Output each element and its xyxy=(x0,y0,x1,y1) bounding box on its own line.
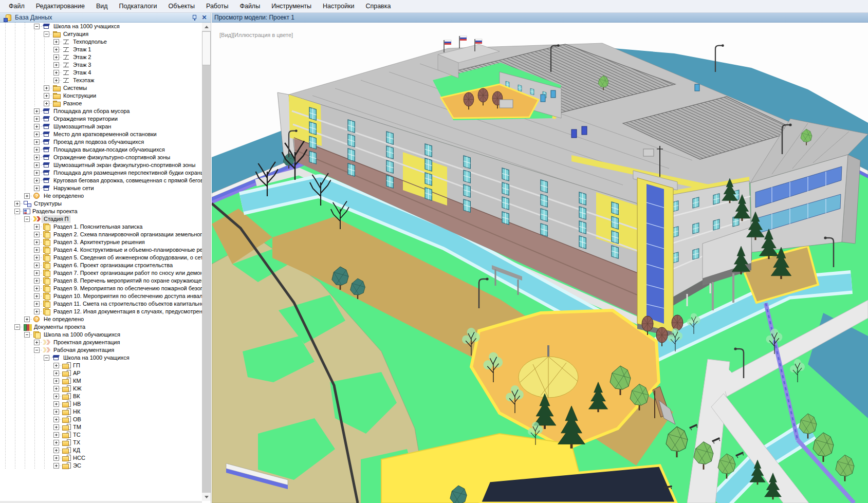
tree-item-label[interactable]: КЖ xyxy=(71,385,83,393)
tree-item[interactable]: Проектная документация xyxy=(1,339,202,346)
tree-item[interactable]: ГП xyxy=(1,362,202,369)
tree-item-label[interactable]: Этаж 4 xyxy=(71,69,93,77)
tree-expander-plus-icon[interactable] xyxy=(34,239,40,245)
tree-item-label[interactable]: Раздел 6. Проект организации строительст… xyxy=(52,262,174,269)
tree-expander-plus-icon[interactable] xyxy=(53,409,59,415)
tree-item-label[interactable]: КМ xyxy=(71,377,83,385)
tree-expander-minus-icon[interactable] xyxy=(14,209,20,214)
tree-item-label[interactable]: Раздел 3. Архитектурные решения xyxy=(52,238,146,246)
tree-expander-plus-icon[interactable] xyxy=(34,247,40,253)
tree-item[interactable]: АР xyxy=(1,369,202,377)
tree-item[interactable]: Этаж 1 xyxy=(1,46,202,53)
tree-expander-plus-icon[interactable] xyxy=(34,255,40,260)
tree-item-label[interactable]: ТС xyxy=(71,431,82,439)
tree-item-label[interactable]: Раздел 2. Схема планировочной организаци… xyxy=(52,231,202,238)
tree-item[interactable]: Раздел 4. Конструктивные и объемно-плани… xyxy=(1,246,202,254)
tree-item-label[interactable]: НВ xyxy=(71,400,82,408)
tree-item[interactable]: Раздел 1. Пояснительная записка xyxy=(1,223,202,231)
tree-expander-plus-icon[interactable] xyxy=(34,139,40,145)
tree-expander-minus-icon[interactable] xyxy=(44,31,49,37)
tree-item[interactable]: Круговая беговая дорожка, совмещенная с … xyxy=(1,177,202,184)
tree-item-label[interactable]: Раздел 1. Пояснительная записка xyxy=(52,223,144,231)
tree-expander-minus-icon[interactable] xyxy=(24,216,30,222)
tree-expander-plus-icon[interactable] xyxy=(34,155,40,160)
tree-expander-plus-icon[interactable] xyxy=(34,147,40,153)
tree-expander-plus-icon[interactable] xyxy=(34,170,40,176)
tree-item[interactable]: Системы xyxy=(1,84,202,92)
menu-item-4[interactable]: Объекты xyxy=(162,1,200,11)
tree-item-label[interactable]: Место для кратковременной остановки xyxy=(52,131,158,138)
tree-expander-plus-icon[interactable] xyxy=(53,455,59,461)
tree-item-label[interactable]: Этаж 3 xyxy=(71,61,93,69)
tree-expander-plus-icon[interactable] xyxy=(34,232,40,237)
tree-expander-plus-icon[interactable] xyxy=(53,401,59,407)
tree-item-label[interactable]: ЭС xyxy=(71,462,83,470)
tree-item-label[interactable]: Площадка для размещения перспективной бу… xyxy=(52,169,202,177)
menu-item-7[interactable]: Инструменты xyxy=(266,1,317,11)
tree-item-label[interactable]: Раздел 11. Смета на строительство объект… xyxy=(52,300,202,308)
tree-item-label[interactable]: КД xyxy=(71,446,82,454)
tree-expander-plus-icon[interactable] xyxy=(53,448,59,453)
tree-expander-plus-icon[interactable] xyxy=(53,440,59,445)
menu-item-2[interactable]: Вид xyxy=(90,1,114,11)
tree-item[interactable]: Проезд для подвоза обучающихся xyxy=(1,138,202,146)
tree-item[interactable]: Раздел 5. Сведения об инженерном оборудо… xyxy=(1,254,202,262)
tree-item-label[interactable]: Школа на 1000 учащихся xyxy=(62,354,131,362)
tree-expander-minus-icon[interactable] xyxy=(34,24,40,29)
tree-expander-plus-icon[interactable] xyxy=(34,162,40,168)
tree-item[interactable]: КД xyxy=(1,446,202,454)
tree-item[interactable]: Стадия П xyxy=(1,215,202,223)
tree-item-label[interactable]: ГП xyxy=(71,362,82,369)
tree-expander-plus-icon[interactable] xyxy=(34,185,40,191)
tree-expander-plus-icon[interactable] xyxy=(53,78,59,83)
tree-item[interactable]: Площадка высадки-посадки обучающихся xyxy=(1,146,202,154)
tree-item-label[interactable]: Разделы проекта xyxy=(31,208,79,215)
tree-expander-plus-icon[interactable] xyxy=(14,201,20,207)
tree-expander-plus-icon[interactable] xyxy=(53,417,59,422)
tree-item-label[interactable]: Круговая беговая дорожка, совмещенная с … xyxy=(52,177,202,184)
tree-expander-plus-icon[interactable] xyxy=(34,340,40,345)
tree-expander-minus-icon[interactable] xyxy=(24,332,30,338)
tree-expander-minus-icon[interactable] xyxy=(14,324,20,330)
tree-item[interactable]: Шумозащитный экран xyxy=(1,123,202,131)
tree-expander-plus-icon[interactable] xyxy=(34,178,40,183)
tree-expander-plus-icon[interactable] xyxy=(34,278,40,284)
tree-item-label[interactable]: Наружные сети xyxy=(52,184,96,192)
tree-item[interactable]: КМ xyxy=(1,377,202,385)
tree-item-label[interactable]: Этаж 1 xyxy=(71,46,93,53)
tree-vertical-scrollbar[interactable] xyxy=(202,23,211,501)
tree-expander-plus-icon[interactable] xyxy=(34,301,40,307)
tree-item[interactable]: Документы проекта xyxy=(1,323,202,331)
tree-item[interactable]: Структуры xyxy=(1,200,202,208)
pin-icon[interactable] xyxy=(191,14,198,22)
tree-item-label[interactable]: Системы xyxy=(62,84,88,92)
menu-item-5[interactable]: Работы xyxy=(200,1,234,11)
tree-expander-plus-icon[interactable] xyxy=(44,93,49,99)
tree-item-label[interactable]: Раздел 9. Мероприятия по обеспечению пож… xyxy=(52,285,202,292)
tree-item-label[interactable]: Шумозащитный экран физкультурно-спортивн… xyxy=(52,161,197,169)
tree-item-label[interactable]: Рабочая документация xyxy=(52,346,116,354)
tree-expander-plus-icon[interactable] xyxy=(44,101,49,106)
tree-item-label[interactable]: НСС xyxy=(71,454,87,462)
tree-expander-plus-icon[interactable] xyxy=(53,394,59,399)
tree-item-label[interactable]: Шумозащитный экран xyxy=(52,123,113,131)
tree-item-label[interactable]: Проектная документация xyxy=(52,339,121,346)
tree-item-label[interactable]: ТМ xyxy=(71,423,83,431)
tree-item-label[interactable]: ОВ xyxy=(71,416,83,423)
tree-item[interactable]: Раздел 9. Мероприятия по обеспечению пож… xyxy=(1,285,202,292)
tree-item-label[interactable]: Раздел 8. Перечень мероприятий по охране… xyxy=(52,277,202,285)
tree-expander-plus-icon[interactable] xyxy=(34,108,40,114)
tree-item[interactable]: Площадка для размещения перспективной бу… xyxy=(1,169,202,177)
tree-item[interactable]: ТХ xyxy=(1,439,202,446)
tree-expander-plus-icon[interactable] xyxy=(53,70,59,76)
tree-expander-plus-icon[interactable] xyxy=(53,463,59,469)
tree-item[interactable]: Наружные сети xyxy=(1,184,202,192)
tree-item[interactable]: Раздел 12. Иная документация в случаях, … xyxy=(1,308,202,315)
tree-item[interactable]: Шумозащитный экран физкультурно-спортивн… xyxy=(1,161,202,169)
menu-item-1[interactable]: Редактирование xyxy=(30,1,90,11)
tree-expander-plus-icon[interactable] xyxy=(34,132,40,137)
tree-expander-plus-icon[interactable] xyxy=(44,85,49,91)
tree-expander-plus-icon[interactable] xyxy=(24,193,30,199)
tree-item[interactable]: Не определено xyxy=(1,192,202,200)
tree-item-label[interactable]: ВК xyxy=(71,393,82,400)
